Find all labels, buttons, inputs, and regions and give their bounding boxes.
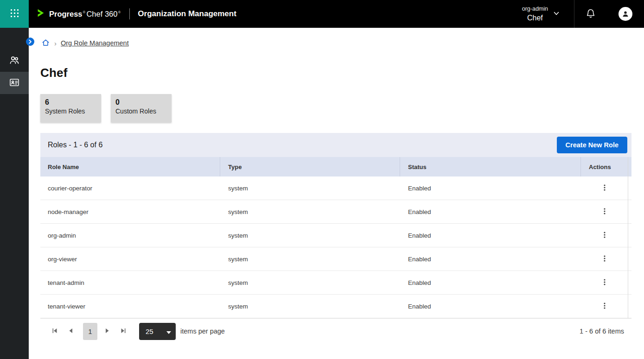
column-header-status: Status xyxy=(400,157,581,176)
table-row: org-admin system Enabled xyxy=(40,224,631,247)
last-page-button[interactable] xyxy=(116,324,130,338)
chevron-right-icon xyxy=(28,38,32,45)
sidebar-expand-button[interactable] xyxy=(26,38,34,46)
org-name-label: Chef xyxy=(527,14,543,22)
row-actions-menu-button[interactable] xyxy=(598,205,612,219)
type-cell: system xyxy=(220,208,400,215)
row-actions-menu-button[interactable] xyxy=(598,252,612,266)
brand-name-progress: Progress xyxy=(49,10,83,18)
breadcrumb-link-org-role-management[interactable]: Org Role Management xyxy=(61,39,129,47)
page-size-value: 25 xyxy=(146,328,153,335)
role-name-cell: org-viewer xyxy=(40,256,220,263)
roles-grid: Role Name Type Status Actions courier-op… xyxy=(40,157,631,318)
person-icon xyxy=(621,10,630,18)
app-title: Organization Management xyxy=(138,9,236,19)
sidebar-item-roles[interactable] xyxy=(0,72,29,94)
next-page-button[interactable] xyxy=(100,324,114,338)
last-page-icon xyxy=(120,327,127,336)
org-switcher-menu[interactable]: org-admin Chef xyxy=(522,6,560,22)
pagination-range-label: 1 - 6 of 6 items xyxy=(580,328,624,335)
page-number-button[interactable]: 1 xyxy=(83,323,97,340)
create-new-role-button[interactable]: Create New Role xyxy=(557,137,627,153)
row-actions-menu-button[interactable] xyxy=(598,299,612,313)
status-cell: Enabled xyxy=(400,303,581,310)
role-name-cell: tenant-viewer xyxy=(40,303,220,310)
pagination-bar: 1 25 ite xyxy=(40,318,631,344)
table-row: org-viewer system Enabled xyxy=(40,247,631,271)
custom-roles-count: 0 xyxy=(115,98,167,107)
type-cell: system xyxy=(220,232,400,239)
chevron-down-icon xyxy=(553,10,560,19)
actions-cell xyxy=(581,205,628,219)
sidebar xyxy=(0,28,29,359)
type-cell: system xyxy=(220,185,400,192)
actions-cell xyxy=(581,228,628,242)
id-badge-icon xyxy=(9,77,20,89)
table-row: tenant-viewer system Enabled xyxy=(40,295,631,318)
actions-cell xyxy=(581,181,628,195)
row-actions-menu-button[interactable] xyxy=(598,228,612,242)
brand-text: Progress®Chef 360® xyxy=(49,10,121,19)
next-page-icon xyxy=(103,327,111,336)
kebab-icon xyxy=(601,208,608,216)
user-role-label: org-admin xyxy=(522,6,548,12)
kebab-icon xyxy=(601,302,608,311)
table-toolbar: Roles - 1 - 6 of 6 Create New Role xyxy=(40,133,631,157)
type-cell: system xyxy=(220,279,400,286)
type-cell: system xyxy=(220,256,400,263)
items-per-page-label: items per page xyxy=(180,328,225,335)
status-cell: Enabled xyxy=(400,279,581,286)
role-name-cell: tenant-admin xyxy=(40,279,220,286)
table-row: node-manager system Enabled xyxy=(40,200,631,224)
role-name-cell: node-manager xyxy=(40,208,220,215)
first-page-icon xyxy=(51,327,58,336)
dropdown-caret-icon xyxy=(166,328,171,335)
kebab-icon xyxy=(601,278,608,287)
status-cell: Enabled xyxy=(400,232,581,239)
main-content: › Org Role Management Chef 6 System Role… xyxy=(29,28,644,359)
chevron-separator: › xyxy=(54,39,57,47)
column-header-role-name: Role Name xyxy=(40,157,220,176)
breadcrumb-home-link[interactable] xyxy=(41,38,50,48)
role-name-cell: courier-operator xyxy=(40,185,220,192)
actions-cell xyxy=(581,299,628,313)
row-actions-menu-button[interactable] xyxy=(598,276,612,290)
system-roles-count: 6 xyxy=(45,98,96,107)
app-launcher-button[interactable] xyxy=(0,0,29,28)
topbar-divider xyxy=(129,8,130,19)
actions-cell xyxy=(581,252,628,266)
trademark-symbol: ® xyxy=(83,10,86,14)
first-page-button[interactable] xyxy=(48,324,62,338)
table-row: courier-operator system Enabled xyxy=(40,176,631,200)
table-title: Roles - 1 - 6 of 6 xyxy=(48,141,102,149)
type-cell: system xyxy=(220,303,400,310)
home-icon xyxy=(41,38,50,48)
scrollbar-track[interactable] xyxy=(628,157,628,318)
brand-name-chef360: Chef 360 xyxy=(86,10,117,18)
notifications-button[interactable] xyxy=(574,0,607,28)
system-roles-card: 6 System Roles xyxy=(40,94,101,122)
users-icon xyxy=(9,55,20,67)
grid-icon xyxy=(11,9,19,19)
custom-roles-card: 0 Custom Roles xyxy=(111,94,172,122)
kebab-icon xyxy=(601,255,608,264)
page-title: Chef xyxy=(40,66,68,80)
status-cell: Enabled xyxy=(400,208,581,215)
previous-page-button[interactable] xyxy=(64,324,78,338)
roles-table-card: Roles - 1 - 6 of 6 Create New Role Role … xyxy=(40,133,631,344)
user-context: org-admin Chef xyxy=(522,6,548,22)
row-actions-menu-button[interactable] xyxy=(598,181,612,195)
sidebar-item-users[interactable] xyxy=(0,50,29,72)
actions-cell xyxy=(581,276,628,290)
page-size-select[interactable]: 25 xyxy=(139,323,176,340)
bell-icon xyxy=(586,8,596,20)
brand-logo: Progress®Chef 360® xyxy=(36,8,121,20)
account-button[interactable] xyxy=(607,0,644,28)
column-header-actions: Actions xyxy=(581,157,628,176)
grid-body: courier-operator system Enabled xyxy=(40,176,631,318)
system-roles-label: System Roles xyxy=(45,107,96,115)
custom-roles-label: Custom Roles xyxy=(115,107,167,115)
avatar xyxy=(618,7,632,21)
previous-page-icon xyxy=(67,327,75,336)
progress-chevron-icon xyxy=(36,8,46,20)
